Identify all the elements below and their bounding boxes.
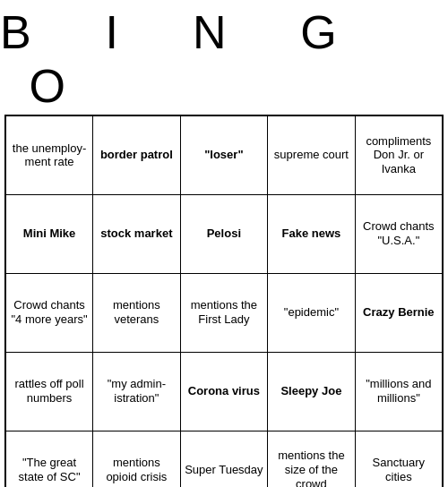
cell-r2-c0: Crowd chants "4 more years" xyxy=(5,273,93,352)
cell-r3-c1: "my admin-istration" xyxy=(93,352,181,431)
cell-r3-c4: "millions and millions" xyxy=(355,352,443,431)
bingo-letters: B I N G O xyxy=(0,5,448,113)
cell-r4-c2: Super Tuesday xyxy=(180,431,268,487)
cell-r0-c1: border patrol xyxy=(93,115,181,194)
cell-r2-c1: mentions veterans xyxy=(93,273,181,352)
cell-r1-c2: Pelosi xyxy=(180,194,268,273)
cell-r2-c4: Crazy Bernie xyxy=(355,273,443,352)
cell-r0-c2: "loser" xyxy=(180,115,268,194)
cell-r1-c3: Fake news xyxy=(268,194,356,273)
cell-r1-c0: Mini Mike xyxy=(5,194,93,273)
cell-r1-c4: Crowd chants "U.S.A." xyxy=(355,194,443,273)
cell-r0-c0: the unemploy-ment rate xyxy=(5,115,93,194)
cell-r2-c2: mentions the First Lady xyxy=(180,273,268,352)
cell-r1-c1: stock market xyxy=(93,194,181,273)
cell-r4-c1: mentions opioid crisis xyxy=(93,431,181,487)
cell-r0-c4: compliments Don Jr. or Ivanka xyxy=(355,115,443,194)
cell-r4-c3: mentions the size of the crowd xyxy=(268,431,356,487)
cell-r2-c3: "epidemic" xyxy=(268,273,356,352)
cell-r3-c3: Sleepy Joe xyxy=(268,352,356,431)
bingo-grid: the unemploy-ment rateborder patrol"lose… xyxy=(4,115,444,487)
cell-r4-c4: Sanctuary cities xyxy=(355,431,443,487)
cell-r0-c3: supreme court xyxy=(268,115,356,194)
cell-r3-c2: Corona virus xyxy=(180,352,268,431)
bingo-title: B I N G O xyxy=(0,0,448,115)
cell-r4-c0: "The great state of SC" xyxy=(5,431,93,487)
cell-r3-c0: rattles off poll numbers xyxy=(5,352,93,431)
